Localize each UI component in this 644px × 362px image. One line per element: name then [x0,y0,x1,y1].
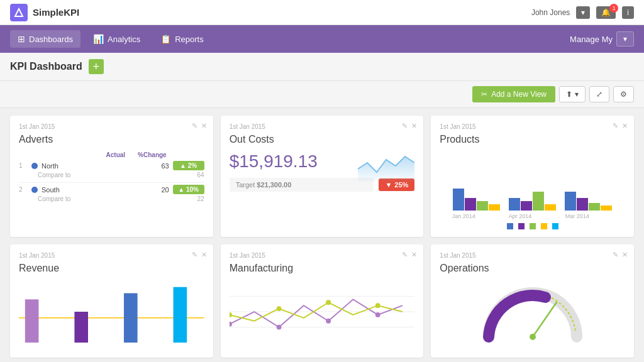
export-btn[interactable]: ⬆ ▾ [559,86,586,102]
user-dropdown-btn[interactable]: ▾ [576,6,590,19]
adverts-title: Adverts [19,134,204,145]
target-pct: 25% [394,181,408,189]
out-costs-date: 1st Jan 2015 [230,123,415,130]
nav-item-dashboards-label: Dashboards [29,35,73,44]
ops-edit-icon[interactable]: ✎ [613,251,618,259]
north-change: ▲ 2% [173,161,204,170]
mfg-chart [230,280,415,343]
out-costs-title: Out Costs [230,134,415,145]
manufacturing-card: 1st Jan 2015 ✎ ✕ Manufacturing [221,244,424,358]
legend-blue [507,223,513,229]
dashboard-header: KPI Dashboard + [0,53,644,81]
south-value: 20 [150,186,169,194]
top-bar-right: John Jones ▾ 🔔 1 i [531,6,634,19]
bar-apr-3 [533,192,544,211]
nav-item-dashboards[interactable]: ⊞ Dashboards [10,30,80,48]
products-legend [507,223,558,229]
svg-rect-8 [124,293,138,343]
out-costs-sparkline [358,150,414,182]
south-change: ▲ 10% [173,185,204,194]
dashboard-title: KPI Dashboard [10,61,82,72]
bar-mar-4 [601,206,612,211]
notif-badge: 1 [609,4,618,13]
adverts-row-south: 2 South 20 ▲ 10% [19,185,204,194]
legend-purple-dot [518,223,525,229]
ops-title: Operations [440,263,625,274]
bar-group-apr [509,192,556,211]
products-close-icon[interactable]: ✕ [622,122,628,130]
manage-my-label: Manage My [570,35,613,44]
adverts-header: Actual %Change [19,151,204,158]
down-arrow-icon: ▼ [385,181,392,189]
notifications-btn[interactable]: 🔔 1 [596,6,616,19]
svg-point-15 [326,319,331,324]
nav-item-analytics[interactable]: 📊 Analytics [86,30,148,48]
mfg-close-icon[interactable]: ✕ [411,251,417,259]
logo: SimpleKPI [10,4,79,21]
products-edit-icon[interactable]: ✎ [613,122,618,130]
bar-group-jan [453,189,500,211]
ops-card-actions: ✎ ✕ [613,251,628,259]
settings-btn[interactable]: ⚙ [613,86,634,102]
south-dot [31,187,38,193]
nav-item-reports-label: Reports [175,35,204,44]
info-btn[interactable]: i [622,6,634,19]
nav-item-reports[interactable]: 📋 Reports [153,30,211,48]
svg-rect-6 [25,299,39,343]
nav-right[interactable]: Manage My ▾ [570,31,634,47]
ops-close-icon[interactable]: ✕ [622,251,628,259]
out-costs-edit-icon[interactable]: ✎ [402,122,408,130]
ops-date: 1st Jan 2015 [440,252,625,259]
bar-mar-3 [589,203,600,211]
bar-apr-4 [545,204,556,211]
divider-1 [19,182,204,183]
adverts-col-actual: Actual [106,151,126,158]
user-name: John Jones [531,8,570,17]
revenue-close-icon[interactable]: ✕ [201,251,207,259]
operations-card: 1st Jan 2015 ✎ ✕ Operations [431,244,634,358]
bar-mar-1 [565,192,576,211]
bar-group-mar [565,192,612,211]
products-chart: Jan 2014 Apr 2014 Mar 2014 [440,151,625,229]
bar-jan-3 [477,201,488,211]
mfg-date: 1st Jan 2015 [230,252,415,259]
svg-point-20 [375,303,380,308]
cards-grid: 1st Jan 2015 ✎ ✕ Adverts Actual %Change … [0,108,644,362]
bar-apr-2 [521,201,532,211]
add-dashboard-btn[interactable]: + [89,59,104,74]
revenue-chart [19,280,204,343]
north-label: North [42,162,150,170]
svg-line-21 [533,302,557,337]
mfg-edit-icon[interactable]: ✎ [402,251,408,259]
products-date: 1st Jan 2015 [440,123,625,130]
adverts-close-icon[interactable]: ✕ [201,122,207,130]
legend-green-dot [530,223,536,229]
revenue-edit-icon[interactable]: ✎ [192,251,197,259]
nav-bar: ⊞ Dashboards 📊 Analytics 📋 Reports Manag… [0,25,644,53]
legend-yellow [541,223,547,229]
revenue-title: Revenue [19,263,204,274]
add-view-btn[interactable]: ✂ Add a New View [472,86,555,102]
bar-jan-4 [489,204,500,211]
mfg-card-actions: ✎ ✕ [402,251,417,259]
south-label: South [42,186,150,194]
add-view-label: Add a New View [491,90,547,99]
top-bar: SimpleKPI John Jones ▾ 🔔 1 i [0,0,644,25]
target-text: Target [236,181,257,189]
reports-icon: 📋 [160,34,171,44]
south-compare-row: Compare to 22 [19,195,204,202]
adverts-card: 1st Jan 2015 ✎ ✕ Adverts Actual %Change … [10,116,213,237]
legend-lightblue [552,223,558,229]
revenue-date: 1st Jan 2015 [19,252,204,259]
north-dot [31,163,38,169]
adverts-row-north: 1 North 63 ▲ 2% [19,161,204,170]
out-costs-close-icon[interactable]: ✕ [411,122,417,130]
products-card: 1st Jan 2015 ✎ ✕ Products [431,116,634,237]
export-icon: ⬆ [566,90,572,99]
share-btn[interactable]: ⤢ [589,86,609,102]
manage-my-dropdown[interactable]: ▾ [616,31,634,47]
adverts-col-pct: %Change [138,151,167,158]
bar-chart [453,154,612,211]
adverts-edit-icon[interactable]: ✎ [192,122,197,130]
bar-chart-labels: Jan 2014 Apr 2014 Mar 2014 [452,213,613,219]
